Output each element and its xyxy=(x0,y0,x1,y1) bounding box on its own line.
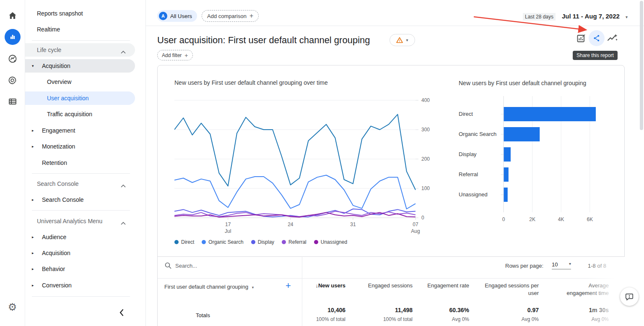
reports-icon[interactable] xyxy=(5,29,21,45)
sidebar-item-acquisition[interactable]: ▾ Acquisition xyxy=(25,59,135,73)
totals-value: 1m 30s xyxy=(546,307,609,313)
add-comparison-button[interactable]: Add comparison + xyxy=(202,10,259,22)
feedback-icon xyxy=(625,292,634,301)
expand-arrow-icon: ▸ xyxy=(32,144,34,149)
rows-per-page-label: Rows per page: xyxy=(505,263,543,269)
chevron-down-icon: ▾ xyxy=(406,38,408,42)
sidebar-item-behavior[interactable]: ▸Behavior xyxy=(25,262,135,276)
rows-per-page-select[interactable]: 10 ▾ xyxy=(552,261,571,269)
divider xyxy=(158,278,624,279)
avatar: A xyxy=(159,12,167,20)
svg-text:4K: 4K xyxy=(558,216,564,222)
add-comparison-label: Add comparison xyxy=(207,13,247,19)
legend-item[interactable]: Display xyxy=(251,239,274,245)
svg-text:0: 0 xyxy=(502,216,505,222)
totals-value: 60.36% xyxy=(406,307,469,313)
bar-category-label: Organic Search xyxy=(459,130,505,138)
bar-category-label: Display xyxy=(459,150,505,159)
divider xyxy=(32,296,130,297)
svg-text:400: 400 xyxy=(421,97,430,103)
home-icon[interactable] xyxy=(8,10,18,21)
chevron-up-icon xyxy=(121,219,126,226)
legend-dot-icon xyxy=(174,240,179,244)
table-search-input[interactable] xyxy=(175,260,276,271)
report-card: New users by First user default channel … xyxy=(157,65,625,326)
divider xyxy=(158,256,624,257)
line-chart[interactable]: 010020030040017Jul243107Aug xyxy=(174,94,447,235)
sidebar-item-ua-acquisition[interactable]: ▸Acquisition xyxy=(25,246,135,260)
plus-icon: + xyxy=(249,12,253,20)
sidebar-item-realtime[interactable]: Realtime xyxy=(25,23,135,36)
expand-arrow-icon: ▸ xyxy=(32,283,34,287)
totals-value: 10,406 xyxy=(283,307,345,313)
data-quality-button[interactable]: ▾ xyxy=(390,34,415,46)
bar-chart[interactable]: 02K4K6K xyxy=(501,94,622,224)
app-icon-rail: ⚙ xyxy=(0,0,25,326)
explore-icon[interactable] xyxy=(8,54,18,64)
insights-button[interactable] xyxy=(607,33,618,45)
chevron-down-icon: ▾ xyxy=(569,261,571,268)
column-header-engaged-sessions[interactable]: Engaged sessions xyxy=(350,282,413,289)
sidebar-item-search-console[interactable]: ▸Search Console xyxy=(25,193,135,206)
legend-item[interactable]: Referral xyxy=(282,239,306,245)
totals-subtext: Avg 0% xyxy=(546,316,609,322)
divider xyxy=(32,173,130,174)
svg-text:07: 07 xyxy=(413,222,418,227)
annotation-arrow xyxy=(461,12,600,37)
sidebar-item-monetization[interactable]: ▸Monetization xyxy=(25,140,135,153)
section-header-life-cycle[interactable]: Life cycle xyxy=(25,43,135,57)
library-icon[interactable] xyxy=(8,96,18,107)
advertising-icon[interactable] xyxy=(8,76,18,86)
legend-item[interactable]: Unassigned xyxy=(314,239,347,245)
svg-text:31: 31 xyxy=(350,222,356,227)
chart-legend: DirectOrganic SearchDisplayReferralUnass… xyxy=(174,238,355,246)
bar-category-label: Unassigned xyxy=(459,190,505,199)
legend-item[interactable]: Direct xyxy=(174,239,194,245)
all-users-label: All Users xyxy=(170,13,192,19)
expand-arrow-icon: ▸ xyxy=(32,267,34,271)
sidebar-item-audience[interactable]: ▸Audience xyxy=(25,230,135,244)
gear-icon[interactable]: ⚙ xyxy=(8,301,17,313)
sidebar-item-user-acquisition[interactable]: User acquisition xyxy=(25,91,135,105)
section-header-search-console[interactable]: Search Console xyxy=(25,177,135,190)
svg-text:Aug: Aug xyxy=(411,228,420,234)
svg-text:2K: 2K xyxy=(529,216,535,222)
bar-chart-title: New users by First user default channel … xyxy=(459,80,586,86)
svg-text:0: 0 xyxy=(421,215,424,221)
column-header-new-users[interactable]: ↓New users xyxy=(283,282,345,289)
insights-icon xyxy=(607,33,618,43)
page-title: User acquisition: First user default cha… xyxy=(157,35,370,46)
reports-sidebar: Reports snapshot Realtime Life cycle ▾ A… xyxy=(25,0,146,326)
feedback-button[interactable] xyxy=(620,287,639,306)
all-users-chip[interactable]: A All Users xyxy=(157,10,197,22)
chevron-up-icon xyxy=(121,182,126,189)
add-filter-button[interactable]: Add filter + xyxy=(157,50,193,60)
totals-subtext: Avg 0% xyxy=(406,316,469,322)
bar-category-label: Direct xyxy=(459,110,505,118)
sidebar-item-retention[interactable]: Retention xyxy=(25,156,135,170)
search-icon xyxy=(164,262,172,271)
totals-subtext: Avg 0% xyxy=(476,316,539,322)
divider xyxy=(32,40,130,41)
expand-arrow-icon: ▸ xyxy=(32,198,34,202)
collapse-chevron-icon xyxy=(118,308,126,317)
svg-text:300: 300 xyxy=(421,127,430,133)
sidebar-item-traffic-acquisition[interactable]: Traffic acquisition xyxy=(25,107,135,121)
totals-label: Totals xyxy=(196,312,210,318)
column-header-engagement-rate[interactable]: Engagement rate xyxy=(406,282,469,289)
collapse-sidebar-button[interactable] xyxy=(118,308,126,318)
bar-category-label: Referral xyxy=(459,170,505,179)
column-header-engaged-sessions-per-user[interactable]: Engaged sessions per user xyxy=(480,282,539,297)
dimension-header[interactable]: First user default channel grouping ▾ xyxy=(164,284,254,290)
sidebar-item-overview[interactable]: Overview xyxy=(25,75,135,89)
section-header-universal-analytics[interactable]: Universal Analytics Menu xyxy=(25,214,135,228)
column-header-average-engagement-time[interactable]: Average engagement time xyxy=(561,282,609,297)
sidebar-item-engagement[interactable]: ▸Engagement xyxy=(25,124,135,137)
sidebar-item-conversion[interactable]: ▸Conversion xyxy=(25,279,135,292)
sidebar-item-reports-snapshot[interactable]: Reports snapshot xyxy=(25,7,135,20)
legend-item[interactable]: Organic Search xyxy=(202,239,243,245)
page-scrollbar[interactable] xyxy=(640,1,643,130)
svg-text:24: 24 xyxy=(288,222,293,227)
legend-dot-icon xyxy=(251,240,255,244)
svg-text:17: 17 xyxy=(225,222,231,227)
